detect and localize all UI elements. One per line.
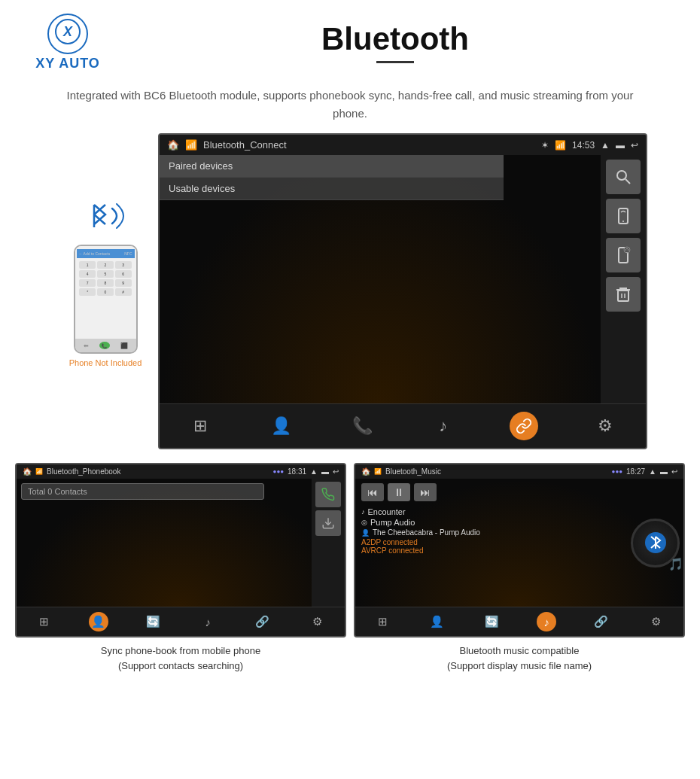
settings-pb[interactable]: ⚙ — [308, 612, 327, 631]
phonebook-sidebar — [312, 479, 345, 607]
download-btn[interactable] — [315, 510, 341, 536]
signal-dots-music: ●●● — [612, 468, 623, 475]
contacts-search[interactable]: Total 0 Contacts — [21, 483, 264, 500]
search-button[interactable] — [606, 160, 641, 194]
music-controls: ⏮ ⏸ ⏭ — [361, 483, 621, 501]
phone-device: ← Add to Contacts NFC 1 2 3 4 5 6 7 8 9 … — [74, 245, 138, 354]
phone-aside: ← Add to Contacts NFC 1 2 3 4 5 6 7 8 9 … — [53, 133, 158, 367]
contacts-pb[interactable]: 👤 — [89, 612, 108, 631]
back-icon-pb[interactable]: ↩ — [333, 467, 339, 476]
phone-screen: ← Add to Contacts NFC 1 2 3 4 5 6 7 8 9 … — [75, 246, 136, 339]
music-title: Bluetooth_Music — [385, 467, 608, 476]
car-main-area: Paired devices Usable devices — [160, 155, 601, 403]
track-2: ◎ Pump Audio — [361, 518, 621, 527]
phone-connect-button[interactable] — [606, 199, 641, 233]
music-pb[interactable]: ♪ — [198, 612, 218, 631]
pump-icon: ◎ — [361, 519, 367, 526]
main-screen-section: ← Add to Contacts NFC 1 2 3 4 5 6 7 8 9 … — [0, 133, 700, 449]
music-block: 🏠 📶 Bluetooth_Music ●●● 18:27 ▲ ▬ ↩ ⏮ ⏸ … — [354, 463, 685, 673]
phonebook-time: 18:31 — [288, 467, 306, 476]
logo-area: X XY AUTO — [23, 14, 113, 72]
phone-bottom-bar: ⬅ 📞 ⬛ — [75, 339, 136, 352]
paired-devices-item[interactable]: Paired devices — [160, 155, 504, 178]
home-icon[interactable]: 🏠 — [167, 139, 179, 151]
up-arrow-icon[interactable]: ▲ — [601, 140, 610, 151]
contacts-icon[interactable]: 👤 — [266, 412, 295, 440]
main-car-screen: 🏠 📶 Bluetooth_Connect ✶ 📶 14:53 ▲ ▬ ↩ Pa… — [158, 133, 647, 449]
note-icon-1: ♪ — [361, 508, 365, 516]
dial-btn[interactable]: 0 — [97, 288, 114, 296]
music-active[interactable]: ♪ — [537, 612, 556, 631]
a2dp-status: A2DP connected — [361, 538, 621, 546]
play-pause-button[interactable]: ⏸ — [388, 483, 410, 501]
music-caption: Bluetooth music compatible(Support displ… — [354, 644, 685, 673]
dial-btn[interactable]: 4 — [79, 270, 96, 278]
link-music[interactable]: 🔗 — [592, 612, 611, 631]
bt-topbar-icon: ✶ — [541, 140, 549, 151]
home-icon-small[interactable]: 🏠 — [23, 467, 32, 476]
settings-icon[interactable]: ⚙ — [591, 412, 619, 440]
dial-btn[interactable]: 3 — [115, 261, 132, 269]
dial-btn[interactable]: # — [115, 288, 132, 296]
home-icon-music[interactable]: 🏠 — [361, 467, 370, 476]
prev-button[interactable]: ⏮ — [361, 483, 384, 501]
call-btn[interactable] — [315, 482, 341, 507]
dial-btn[interactable]: 5 — [97, 270, 114, 278]
phone-call-button[interactable]: 📞 — [99, 342, 110, 349]
logo-symbol: X — [54, 18, 81, 50]
svg-point-9 — [624, 247, 630, 253]
music-note-decoration: 🎵 — [668, 557, 683, 571]
settings-music[interactable]: ⚙ — [647, 612, 666, 631]
phone-settings-button[interactable] — [606, 238, 641, 272]
bottom-screens: 🏠 📶 Bluetooth_Phonebook ●●● 18:31 ▲ ▬ ↩ … — [0, 449, 700, 673]
dialpad-pb[interactable]: ⊞ — [34, 612, 53, 631]
svg-text:X: X — [62, 24, 73, 39]
link-pb[interactable]: 🔗 — [253, 612, 272, 631]
music-content: ⏮ ⏸ ⏭ ♪ Encounter ◎ Pump Audio 👤 The — [355, 479, 683, 607]
back-icon-music[interactable]: ↩ — [671, 467, 677, 476]
music-icon[interactable]: ♪ — [429, 412, 458, 440]
phone-screen-header: ← Add to Contacts NFC — [77, 249, 135, 258]
dial-btn[interactable]: 6 — [115, 270, 132, 278]
topbar-icons: ✶ 📶 14:53 ▲ ▬ ↩ — [541, 140, 638, 151]
up-icon-music[interactable]: ▲ — [649, 467, 656, 476]
phonebook-block: 🏠 📶 Bluetooth_Phonebook ●●● 18:31 ▲ ▬ ↩ … — [15, 463, 346, 673]
link-icon[interactable] — [510, 412, 538, 440]
header: X XY AUTO Bluetooth — [0, 0, 700, 79]
dial-btn[interactable]: 1 — [79, 261, 96, 269]
bluetooth-signal-graphic — [79, 193, 132, 239]
header-center: Bluetooth — [113, 22, 677, 63]
signal-dots: ●●● — [273, 468, 285, 475]
dialpad-music[interactable]: ⊞ — [373, 612, 392, 631]
signal-icon-music: 📶 — [374, 468, 382, 475]
call-icon[interactable]: 📞 — [348, 412, 376, 440]
car-bottom-bar: ⊞ 👤 📞 ♪ ⚙ — [160, 403, 646, 448]
dial-btn[interactable]: 9 — [115, 279, 132, 287]
dial-btn[interactable]: * — [79, 288, 96, 296]
next-button[interactable]: ⏭ — [414, 483, 437, 501]
dial-btn[interactable]: 7 — [79, 279, 96, 287]
phonebook-main: Total 0 Contacts — [17, 479, 312, 607]
delete-button[interactable] — [606, 277, 641, 312]
time-display: 14:53 — [572, 140, 595, 151]
vinyl-area: 🎵 — [627, 479, 683, 607]
dialpad-icon[interactable]: ⊞ — [186, 412, 215, 440]
window-icon-music[interactable]: ▬ — [660, 467, 668, 476]
back-icon[interactable]: ↩ — [631, 140, 638, 151]
dial-btn[interactable]: 2 — [97, 261, 114, 269]
track-name-1: Encounter — [368, 507, 406, 516]
call-pb[interactable]: 🔄 — [144, 612, 163, 631]
up-icon-pb[interactable]: ▲ — [310, 467, 318, 476]
window-icon[interactable]: ▬ — [616, 140, 625, 151]
car-sidebar — [601, 155, 646, 403]
usable-devices-item[interactable]: Usable devices — [160, 178, 504, 200]
wifi-icon: 📶 — [555, 140, 566, 151]
user-icon: 👤 — [361, 529, 370, 537]
phone-dialpad: 1 2 3 4 5 6 7 8 9 * 0 # — [79, 261, 131, 296]
contacts-music[interactable]: 👤 — [428, 612, 447, 631]
window-icon-pb[interactable]: ▬ — [321, 467, 329, 476]
bt-vinyl-logo — [645, 532, 666, 553]
dial-btn[interactable]: 8 — [97, 279, 114, 287]
page-title: Bluetooth — [113, 22, 677, 56]
call-music[interactable]: 🔄 — [482, 612, 502, 631]
